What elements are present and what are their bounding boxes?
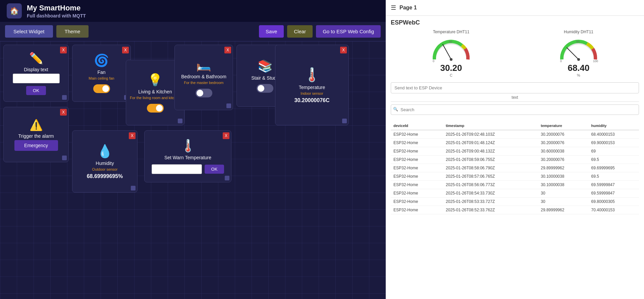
display-text-widget: X ✏️ Display text OK (3, 45, 69, 102)
fan-icon: 🌀 (94, 53, 109, 68)
left-panel: 🏠 My SmartHome Full dashboard with MQTT … (0, 0, 386, 299)
select-widget-button[interactable]: Select Widget (5, 25, 53, 38)
alarm-widget: X ⚠️ Trigger the alarm Emergency (3, 107, 69, 162)
table-row: ESP32-Home2025-01-26T09:01:48.124Z30.200… (391, 139, 639, 147)
search-wrapper (391, 104, 639, 118)
app-header: 🏠 My SmartHome Full dashboard with MQTT (0, 0, 386, 22)
svg-text:0: 0 (560, 59, 562, 63)
fan-title: Fan (97, 70, 105, 75)
living-kitchen-toggle[interactable] (147, 104, 164, 113)
svg-line-0 (443, 44, 451, 59)
bedroom-title: Bedroom & Bathroom (181, 74, 226, 79)
alarm-resize[interactable] (62, 156, 67, 160)
app-logo: 🏠 (7, 3, 22, 18)
humidity-widget: X 💧 Humidity Outdoor sensor 68.69999695% (72, 130, 138, 193)
text-label: text (391, 95, 639, 102)
theme-button[interactable]: Theme (56, 25, 89, 38)
display-text-ok[interactable]: OK (26, 86, 46, 95)
hum-gauge-svg: 0 50 100 (557, 36, 600, 63)
alarm-close[interactable]: X (60, 109, 67, 116)
fan-toggle[interactable] (93, 84, 110, 93)
fan-widget: X 🌀 Fan Main ceiling fan (72, 45, 131, 102)
display-text-input[interactable] (13, 74, 60, 83)
hum-gauge-label: Humidity DHT11 (564, 30, 593, 34)
warn-temp-resize[interactable] (225, 176, 229, 180)
svg-point-5 (577, 58, 580, 61)
table-row: ESP32-Home2025-01-26T09:00:48.132Z30.600… (391, 147, 639, 156)
svg-point-1 (450, 58, 452, 61)
temperature-subtitle: Indoor sensor (301, 91, 323, 95)
display-text-title: Display text (24, 67, 48, 72)
svg-text:100: 100 (593, 59, 598, 63)
search-input[interactable] (391, 104, 639, 115)
right-panel: ☰ Page 1 ESPWebC Temperature DHT11 (386, 0, 644, 299)
temp-gauge-label: Temperature DHT11 (433, 30, 470, 34)
table-row: ESP32-Home2025-01-26T08:52:33.762Z29.899… (391, 206, 639, 214)
humidity-close[interactable]: X (129, 132, 136, 139)
display-text-close[interactable]: X (60, 47, 67, 53)
gauges-row: Temperature DHT11 0 50 (391, 30, 639, 77)
right-header: ☰ Page 1 (386, 0, 644, 16)
svg-line-4 (567, 48, 579, 59)
humidity-value: 68.69999695% (87, 173, 123, 179)
bedroom-subtitle: For the master bedroom (184, 81, 224, 85)
table-row: ESP32-Home2025-01-26T08:58:06.790Z29.899… (391, 164, 639, 172)
table-row: ESP32-Home2025-01-26T08:57:06.765Z30.100… (391, 172, 639, 181)
pencil-icon: ✏️ (29, 51, 43, 65)
humidity-subtitle: Outdoor sensor (92, 167, 118, 171)
thermometer-icon: 🌡️ (304, 67, 320, 83)
bedroom-resize[interactable] (226, 103, 231, 108)
temperature-title: Temperature (299, 85, 325, 90)
col-humidity: humidity (589, 122, 639, 130)
bedroom-widget: X 🛏️ Bedroom & Bathroom For the master b… (174, 45, 233, 110)
app-title: My SmartHome (27, 4, 86, 12)
col-timestamp: timestamp (443, 122, 538, 130)
temp-gauge-unit: C (450, 73, 452, 77)
table-row: ESP32-Home2025-01-26T08:53:33.727Z3069.8… (391, 198, 639, 206)
table-header-row: deviceId timestamp temperature humidity (391, 122, 639, 130)
stair-study-toggle[interactable] (257, 84, 273, 93)
temp-gauge-value: 30.20 (440, 63, 462, 73)
stair-icon: 📚 (258, 59, 273, 73)
warn-temp-title: Set Warn Temperature (164, 155, 211, 160)
col-deviceid: deviceId (391, 122, 443, 130)
bedroom-toggle[interactable] (196, 89, 212, 97)
warn-temp-ok[interactable]: OK (205, 165, 224, 174)
bed-icon: 🛏️ (196, 58, 211, 72)
fan-subtitle: Main ceiling fan (89, 76, 114, 80)
living-kitchen-title: Living & Kitchen (138, 89, 172, 94)
living-kitchen-resize[interactable] (178, 119, 182, 123)
right-content: ESPWebC Temperature DHT11 (386, 16, 644, 299)
esp-config-button[interactable]: Go to ESP Web Config (316, 25, 381, 38)
temperature-close[interactable]: X (340, 47, 347, 53)
esp-title: ESPWebC (391, 19, 639, 26)
svg-text:50: 50 (449, 40, 452, 43)
kitchen-icon: 💡 (148, 73, 163, 87)
svg-text:0: 0 (433, 59, 434, 63)
temperature-value: 30.20000076C (294, 97, 330, 103)
temperature-gauge: Temperature DHT11 0 50 (391, 30, 512, 77)
send-text-input[interactable] (391, 82, 639, 93)
temperature-resize[interactable] (342, 119, 347, 123)
temp-gauge-svg: 0 50 (429, 36, 473, 63)
hamburger-icon[interactable]: ☰ (391, 4, 396, 11)
warning-icon: ⚠️ (30, 119, 43, 131)
data-table: deviceId timestamp temperature humidity … (391, 122, 639, 214)
bedroom-close[interactable]: X (224, 47, 231, 53)
humidity-icon: 💧 (97, 144, 113, 159)
hum-gauge-value: 68.40 (568, 63, 589, 73)
app-subtitle: Full dashboard with MQTT (27, 13, 86, 18)
humidity-title: Humidity (96, 161, 114, 166)
hum-gauge-unit: % (577, 73, 580, 77)
warn-temp-icon: 🌡️ (180, 139, 196, 153)
display-text-resize[interactable] (62, 95, 67, 100)
fan-close[interactable]: X (122, 47, 129, 53)
warn-temp-input[interactable] (152, 164, 202, 174)
warn-temp-close[interactable]: X (223, 132, 229, 139)
temperature-widget: X 🌡️ Temperature Indoor sensor 30.200000… (275, 45, 349, 125)
clear-button[interactable]: Clear (287, 25, 313, 38)
save-button[interactable]: Save (259, 25, 284, 38)
humidity-resize[interactable] (131, 186, 136, 190)
page-title: Page 1 (399, 5, 417, 11)
emergency-button[interactable]: Emergency (14, 140, 58, 151)
